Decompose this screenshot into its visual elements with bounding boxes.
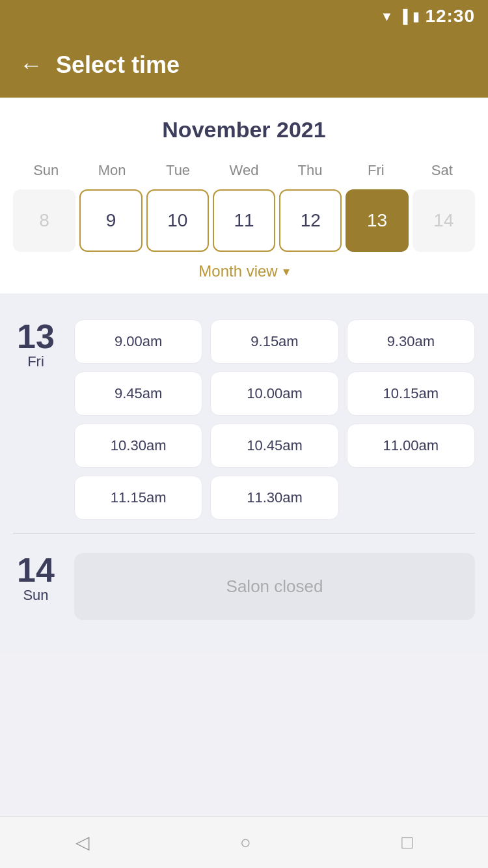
day-cell-8: 8 [13, 189, 75, 252]
day-14-label: 14 Sun [13, 553, 59, 604]
day-header-sun: Sun [13, 158, 79, 183]
status-bar: ▼ ▐ ▮ 12:30 [0, 0, 488, 33]
bottom-nav [0, 816, 488, 868]
day-headers: Sun Mon Tue Wed Thu Fri Sat [13, 158, 475, 183]
time-slot-1045am[interactable]: 10.45am [210, 424, 338, 468]
time-slot-930am[interactable]: 9.30am [347, 319, 475, 364]
month-view-label: Month view [198, 262, 277, 280]
week-row: 8 9 10 11 12 13 14 [13, 189, 475, 252]
day-header-tue: Tue [145, 158, 211, 183]
status-icons: ▼ ▐ ▮ 12:30 [380, 6, 475, 27]
day-13-section: 13 Fri 9.00am 9.15am 9.30am 9.45am 10.00… [13, 306, 475, 533]
day-14-number: 14 [13, 553, 59, 587]
day-14-section: 14 Sun Salon closed [13, 534, 475, 640]
day-cell-13[interactable]: 13 [346, 189, 408, 252]
battery-icon: ▮ [413, 8, 420, 24]
nav-back-button[interactable] [56, 825, 109, 860]
time-slot-915am[interactable]: 9.15am [210, 319, 338, 364]
day-header-sat: Sat [409, 158, 475, 183]
time-slot-900am[interactable]: 9.00am [74, 319, 202, 364]
time-slot-1115am[interactable]: 11.15am [74, 476, 202, 520]
back-button[interactable]: ← [20, 53, 43, 77]
salon-closed-label: Salon closed [226, 576, 323, 596]
time-slot-1130am[interactable]: 11.30am [210, 476, 338, 520]
nav-recents-button[interactable] [382, 826, 432, 860]
time-slot-1015am[interactable]: 10.15am [347, 372, 475, 416]
day-13-number: 13 [13, 319, 59, 353]
day-cell-12[interactable]: 12 [279, 189, 342, 252]
day-cell-14: 14 [413, 189, 475, 252]
day-cell-11[interactable]: 11 [213, 189, 275, 252]
page-title: Select time [56, 51, 180, 79]
day-14-name: Sun [13, 587, 59, 604]
signal-icon: ▐ [398, 9, 407, 24]
status-time: 12:30 [425, 6, 475, 27]
day-header-fri: Fri [343, 158, 409, 183]
day-header-thu: Thu [277, 158, 343, 183]
day-13-time-grid: 9.00am 9.15am 9.30am 9.45am 10.00am 10.1… [74, 319, 475, 520]
time-slot-1000am[interactable]: 10.00am [210, 372, 338, 416]
wifi-icon: ▼ [380, 9, 393, 24]
day-13-label: 13 Fri [13, 319, 59, 370]
day-header-wed: Wed [211, 158, 277, 183]
time-slot-1100am[interactable]: 11.00am [347, 424, 475, 468]
day-13-name: Fri [13, 353, 59, 370]
time-slot-1030am[interactable]: 10.30am [74, 424, 202, 468]
salon-closed-box: Salon closed [74, 553, 475, 620]
calendar-section: November 2021 Sun Mon Tue Wed Thu Fri Sa… [0, 98, 488, 293]
day-header-mon: Mon [79, 158, 144, 183]
month-view-toggle[interactable]: Month view ▾ [13, 262, 475, 280]
time-slots-section: 13 Fri 9.00am 9.15am 9.30am 9.45am 10.00… [0, 293, 488, 653]
time-slot-945am[interactable]: 9.45am [74, 372, 202, 416]
day-cell-9[interactable]: 9 [79, 189, 142, 252]
month-title: November 2021 [13, 117, 475, 142]
header: ← Select time [0, 33, 488, 98]
nav-home-button[interactable] [221, 826, 271, 860]
day-cell-10[interactable]: 10 [146, 189, 209, 252]
chevron-down-icon: ▾ [283, 264, 290, 279]
